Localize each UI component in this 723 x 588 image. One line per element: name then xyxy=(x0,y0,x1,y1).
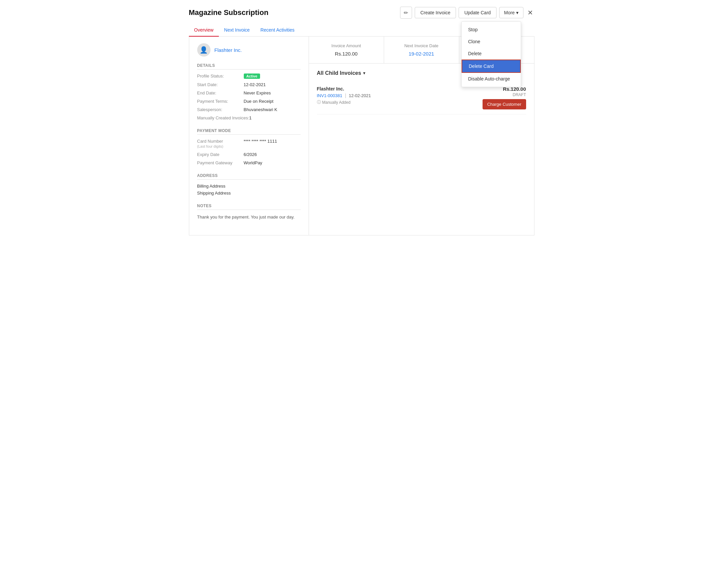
all-child-invoices-label: All Child Invoices xyxy=(317,70,361,76)
avatar-icon: 👤 xyxy=(199,46,208,54)
end-date-value: Never Expires xyxy=(244,90,271,96)
close-button[interactable]: ✕ xyxy=(526,7,534,18)
invoice-amount-label: Invoice Amount xyxy=(317,43,376,48)
invoice-id-link[interactable]: INV1-000381 xyxy=(317,93,343,98)
shipping-address-link[interactable]: Shipping Address xyxy=(197,191,301,195)
manually-created-label: Manually Created Invoices: xyxy=(197,115,250,120)
profile-status-label: Profile Status: xyxy=(197,74,244,79)
billing-address-link[interactable]: Billing Address xyxy=(197,184,301,189)
expiry-date-label: Expiry Date xyxy=(197,152,244,157)
more-button[interactable]: More ▾ xyxy=(499,7,524,18)
invoice-right: Rs.120.00 DRAFT Charge Customer xyxy=(483,86,526,109)
manually-created-value: 1 xyxy=(249,115,251,120)
all-child-invoices-title[interactable]: All Child Invoices ▾ xyxy=(317,70,365,76)
payment-terms-label: Payment Terms: xyxy=(197,99,244,104)
page-header: Magazine Subscription ✏ Create Invoice U… xyxy=(189,7,534,19)
tab-recent-activities[interactable]: Recent Activities xyxy=(255,24,300,37)
header-actions: ✏ Create Invoice Update Card More ▾ ✕ St… xyxy=(400,7,534,19)
payment-gateway-value: WorldPay xyxy=(244,160,262,165)
invoice-company: Flashter Inc. xyxy=(317,86,371,91)
stat-invoice-amount: Invoice Amount Rs.120.00 xyxy=(309,37,384,63)
customer-row: 👤 Flashter Inc. xyxy=(197,43,301,57)
card-number-value: **** **** **** 1111 xyxy=(244,139,277,149)
address-section-label: ADDRESS xyxy=(197,173,301,180)
invoices-chevron-icon: ▾ xyxy=(363,71,365,76)
start-date-label: Start Date: xyxy=(197,82,244,87)
charge-customer-button[interactable]: Charge Customer xyxy=(483,99,526,109)
update-card-button[interactable]: Update Card xyxy=(459,7,496,18)
payment-mode-section-label: PAYMENT MODE xyxy=(197,128,301,135)
payment-mode-section: PAYMENT MODE Card Number (Last four digi… xyxy=(197,128,301,165)
edit-icon: ✏ xyxy=(404,9,408,16)
edit-button[interactable]: ✏ xyxy=(400,7,412,19)
more-dropdown-menu: Stop Clone Delete Delete Card Disable Au… xyxy=(461,21,521,87)
avatar: 👤 xyxy=(197,43,211,57)
page-container: Magazine Subscription ✏ Create Invoice U… xyxy=(181,0,543,242)
end-date-label: End Date: xyxy=(197,90,244,96)
invoice-date: 12-02-2021 xyxy=(349,93,371,98)
more-label: More xyxy=(504,10,515,15)
start-date-value: 12-02-2021 xyxy=(244,82,266,87)
more-chevron-icon: ▾ xyxy=(516,10,518,15)
details-section: DETAILS Profile Status: Active Start Dat… xyxy=(197,63,301,120)
profile-status-badge: Active xyxy=(244,74,260,79)
payment-terms-row: Payment Terms: Due on Receipt xyxy=(197,99,301,104)
payment-terms-value: Due on Receipt xyxy=(244,99,274,104)
end-date-row: End Date: Never Expires xyxy=(197,90,301,96)
notes-section: NOTES Thank you for the payment. You jus… xyxy=(197,204,301,220)
tab-overview[interactable]: Overview xyxy=(189,24,219,37)
start-date-row: Start Date: 12-02-2021 xyxy=(197,82,301,87)
expiry-date-value: 6/2026 xyxy=(244,152,257,157)
notes-section-label: NOTES xyxy=(197,204,301,210)
payment-gateway-row: Payment Gateway WorldPay xyxy=(197,160,301,165)
salesperson-label: Salesperson: xyxy=(197,107,244,112)
dropdown-item-disable-autocharge[interactable]: Disable Auto-charge xyxy=(462,73,521,85)
tab-next-invoice[interactable]: Next Invoice xyxy=(219,24,255,37)
invoice-amount-value: Rs.120.00 xyxy=(317,51,376,57)
invoice-meta: INV1-000381 | 12-02-2021 xyxy=(317,93,371,98)
manually-added-label: ⓘ Manually Added xyxy=(317,100,371,105)
dropdown-item-stop[interactable]: Stop xyxy=(462,24,521,36)
dropdown-item-delete[interactable]: Delete xyxy=(462,47,521,60)
next-invoice-date-value[interactable]: 19-02-2021 xyxy=(392,51,451,57)
dropdown-item-delete-card[interactable]: Delete Card xyxy=(462,60,521,73)
invoice-left: Flashter Inc. INV1-000381 | 12-02-2021 ⓘ… xyxy=(317,86,371,105)
invoice-status-badge: DRAFT xyxy=(483,92,526,97)
create-invoice-button[interactable]: Create Invoice xyxy=(415,7,456,18)
expiry-date-row: Expiry Date 6/2026 xyxy=(197,152,301,157)
stat-next-invoice-date: Next Invoice Date 19-02-2021 xyxy=(384,37,459,63)
manually-created-row: Manually Created Invoices: 1 xyxy=(197,115,301,120)
card-number-row: Card Number (Last four digits) **** ****… xyxy=(197,139,301,149)
next-invoice-date-label: Next Invoice Date xyxy=(392,43,451,48)
info-icon: ⓘ xyxy=(317,100,321,105)
salesperson-row: Salesperson: Bhuvaneshwari K xyxy=(197,107,301,112)
left-panel: 👤 Flashter Inc. DETAILS Profile Status: … xyxy=(189,37,309,235)
payment-gateway-label: Payment Gateway xyxy=(197,160,244,165)
details-section-label: DETAILS xyxy=(197,63,301,69)
address-section: ADDRESS Billing Address Shipping Address xyxy=(197,173,301,195)
notes-text: Thank you for the payment. You just made… xyxy=(197,214,301,220)
customer-name[interactable]: Flashter Inc. xyxy=(214,47,242,53)
card-number-label: Card Number (Last four digits) xyxy=(197,139,244,149)
close-icon: ✕ xyxy=(528,9,533,16)
page-title: Magazine Subscription xyxy=(189,8,269,17)
salesperson-value: Bhuvaneshwari K xyxy=(244,107,277,112)
dropdown-item-clone[interactable]: Clone xyxy=(462,36,521,47)
profile-status-row: Profile Status: Active xyxy=(197,74,301,79)
invoice-separator: | xyxy=(345,93,346,98)
